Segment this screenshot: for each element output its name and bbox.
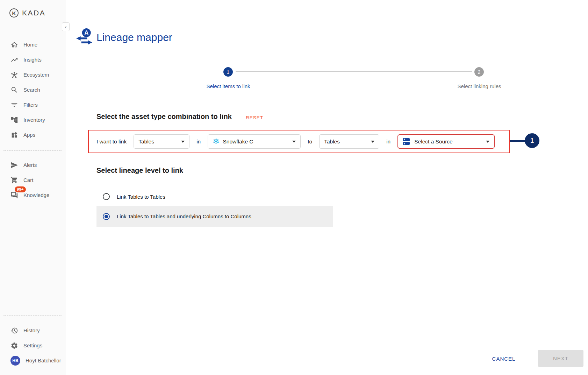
svg-text:A: A bbox=[84, 29, 88, 36]
sidebar-item-label: Settings bbox=[23, 342, 42, 348]
sidebar-item-home[interactable]: Home bbox=[0, 37, 66, 52]
kada-logo-text: KADA bbox=[22, 9, 45, 17]
chat-bubbles-icon: 99+ bbox=[10, 191, 18, 199]
sidebar-item-filters[interactable]: Filters bbox=[0, 97, 66, 112]
connector-in-text: in bbox=[386, 139, 390, 145]
sidebar-item-label: Cart bbox=[23, 177, 33, 183]
cancel-button[interactable]: CANCEL bbox=[488, 351, 519, 366]
filter-list-icon bbox=[10, 101, 18, 109]
sidebar-item-knowledge[interactable]: 99+ Knowledge bbox=[0, 188, 66, 203]
to-source-placeholder: Select a Source bbox=[414, 139, 478, 145]
send-icon bbox=[10, 161, 18, 169]
user-name: Hoyt Batchellor bbox=[26, 358, 61, 363]
sidebar-item-label: Apps bbox=[23, 132, 35, 138]
sidebar-nav-bottom: History Settings HB Hoyt Batchellor bbox=[0, 323, 66, 368]
from-source-value: Snowflake C bbox=[223, 139, 286, 145]
sidebar-divider bbox=[3, 315, 62, 316]
lineage-option-label: Link Tables to Tables and underlying Col… bbox=[117, 213, 251, 219]
sidebar-item-ecosystem[interactable]: Ecosystem bbox=[0, 67, 66, 82]
sidebar-item-insights[interactable]: Insights bbox=[0, 52, 66, 67]
history-icon bbox=[10, 327, 18, 334]
chevron-down-icon bbox=[486, 141, 489, 143]
from-asset-type-value: Tables bbox=[138, 139, 178, 145]
sidebar-item-label: Knowledge bbox=[23, 192, 49, 198]
chevron-down-icon bbox=[371, 141, 374, 143]
connector-to-text: to bbox=[308, 139, 312, 145]
sidebar-nav-middle: Alerts Cart 99+ Knowledge bbox=[0, 157, 66, 203]
stepper-step-2[interactable]: 2 bbox=[474, 67, 484, 77]
stepper-step-2-label: Select linking rules bbox=[457, 83, 501, 89]
radio-checked-icon[interactable] bbox=[103, 213, 110, 220]
knowledge-count-badge: 99+ bbox=[15, 186, 26, 192]
sidebar-item-history[interactable]: History bbox=[0, 323, 66, 338]
chevron-down-icon bbox=[181, 141, 185, 143]
schema-tree-icon bbox=[10, 116, 18, 124]
hub-icon bbox=[10, 71, 18, 79]
home-icon bbox=[10, 41, 18, 49]
sidebar-item-settings[interactable]: Settings bbox=[0, 338, 66, 353]
annotation-connector-line bbox=[510, 140, 525, 142]
source-stack-icon bbox=[403, 138, 410, 145]
lead-text: I want to link bbox=[96, 139, 127, 145]
stepper-step-1-label: Select items to link bbox=[206, 83, 250, 89]
sidebar-item-label: Home bbox=[23, 42, 37, 48]
page-title: Lineage mapper bbox=[96, 31, 172, 43]
stepper-step-1[interactable]: 1 bbox=[223, 67, 233, 77]
from-source-dropdown[interactable]: ❄ Snowflake C bbox=[208, 134, 301, 149]
lineage-mapper-icon: A bbox=[76, 28, 93, 45]
sidebar-collapse-button[interactable]: ‹ bbox=[62, 22, 70, 31]
sidebar-item-label: Ecosystem bbox=[23, 72, 49, 78]
snowflake-icon: ❄ bbox=[213, 137, 219, 146]
asset-combination-row-highlight: I want to link Tables in ❄ Snowflake C t… bbox=[88, 130, 510, 153]
sidebar-divider bbox=[3, 150, 62, 151]
to-asset-type-value: Tables bbox=[324, 139, 367, 145]
chevron-left-icon: ‹ bbox=[65, 24, 67, 30]
connector-in-text: in bbox=[196, 139, 201, 145]
asset-section-heading: Select the asset type combination to lin… bbox=[96, 113, 232, 121]
lineage-option-tables[interactable]: Link Tables to Tables bbox=[96, 189, 333, 204]
sidebar-item-apps[interactable]: Apps bbox=[0, 127, 66, 142]
lineage-mapper-screen: K KADA ‹ Home Insights bbox=[0, 0, 588, 375]
apps-grid-icon bbox=[10, 131, 18, 139]
trending-up-icon bbox=[10, 56, 18, 64]
user-avatar: HB bbox=[10, 356, 20, 366]
sidebar-item-user[interactable]: HB Hoyt Batchellor bbox=[0, 353, 66, 368]
sidebar-item-search[interactable]: Search bbox=[0, 82, 66, 97]
sidebar-item-inventory[interactable]: Inventory bbox=[0, 112, 66, 127]
sidebar-item-label: Inventory bbox=[23, 117, 45, 123]
sidebar-item-label: Insights bbox=[23, 57, 42, 63]
lineage-option-label: Link Tables to Tables bbox=[117, 194, 165, 200]
sidebar-item-label: Search bbox=[23, 87, 40, 93]
sidebar-item-alerts[interactable]: Alerts bbox=[0, 157, 66, 172]
reset-button[interactable]: RESET bbox=[246, 115, 263, 120]
kada-logo[interactable]: K KADA bbox=[9, 8, 45, 17]
cart-icon bbox=[10, 176, 18, 184]
gear-icon bbox=[10, 342, 18, 349]
sidebar-divider bbox=[3, 27, 62, 27]
sidebar: K KADA ‹ Home Insights bbox=[0, 0, 66, 375]
to-asset-type-dropdown[interactable]: Tables bbox=[319, 134, 379, 149]
sidebar-item-cart[interactable]: Cart bbox=[0, 172, 66, 188]
annotation-1-bubble: 1 bbox=[525, 133, 539, 148]
stepper-connector-line bbox=[236, 71, 472, 72]
radio-unchecked-icon[interactable] bbox=[103, 193, 110, 200]
next-button[interactable]: NEXT bbox=[538, 350, 583, 367]
step-1-number: 1 bbox=[227, 69, 230, 75]
sidebar-item-label: Alerts bbox=[23, 162, 37, 168]
kada-logo-icon: K bbox=[9, 8, 19, 17]
step-2-number: 2 bbox=[478, 69, 481, 75]
sidebar-item-label: History bbox=[23, 327, 40, 333]
chevron-down-icon bbox=[292, 141, 296, 143]
search-icon bbox=[10, 86, 18, 94]
sidebar-item-label: Filters bbox=[23, 102, 38, 108]
sidebar-nav-top: Home Insights Ecosystem bbox=[0, 37, 66, 142]
lineage-option-tables-and-columns[interactable]: Link Tables to Tables and underlying Col… bbox=[96, 206, 333, 227]
to-source-dropdown[interactable]: Select a Source bbox=[397, 134, 495, 149]
from-asset-type-dropdown[interactable]: Tables bbox=[134, 134, 189, 149]
lineage-section-heading: Select lineage level to link bbox=[96, 167, 183, 175]
